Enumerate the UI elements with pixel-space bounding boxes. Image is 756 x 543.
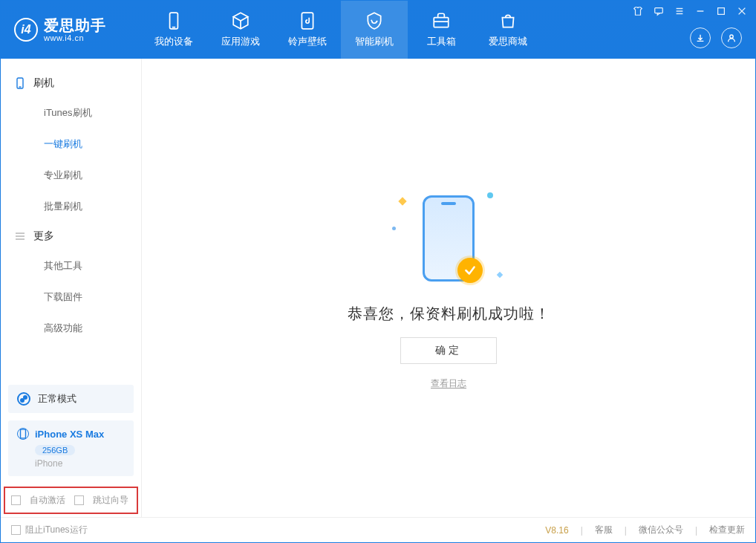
close-icon[interactable] xyxy=(736,5,748,17)
list-icon xyxy=(14,230,26,242)
sidebar-item-download-firmware[interactable]: 下载固件 xyxy=(1,282,141,313)
tab-toolbox[interactable]: 工具箱 xyxy=(408,1,475,59)
status-bar: 阻止iTunes运行 V8.16 | 客服 | 微信公众号 | 检查更新 xyxy=(1,517,755,542)
svg-point-14 xyxy=(730,35,733,38)
device-name: iPhone XS Max xyxy=(35,429,104,440)
sidebar: 刷机 iTunes刷机 一键刷机 专业刷机 批量刷机 更多 其他工具 下载固件 … xyxy=(1,59,142,517)
block-itunes-label: 阻止iTunes运行 xyxy=(25,524,88,536)
brand-logo-icon: i4 xyxy=(14,18,38,42)
sidebar-head-more: 更多 xyxy=(1,222,141,250)
sparkle-icon xyxy=(497,271,503,277)
skip-guide-checkbox[interactable] xyxy=(74,495,84,505)
app-window: i4 爱思助手 www.i4.cn 我的设备 应用游戏 xyxy=(0,0,756,543)
brand-title: 爱思助手 xyxy=(44,17,106,33)
maximize-icon[interactable] xyxy=(715,5,727,17)
device-card[interactable]: iPhone XS Max 256GB iPhone xyxy=(8,420,134,476)
sidebar-item-advanced[interactable]: 高级功能 xyxy=(1,313,141,344)
tab-label: 铃声壁纸 xyxy=(288,35,327,48)
device-storage-badge: 256GB xyxy=(35,445,75,455)
skin-icon[interactable] xyxy=(632,5,644,17)
user-account-icon[interactable] xyxy=(721,27,742,48)
divider: | xyxy=(617,525,634,536)
divider: | xyxy=(573,525,590,536)
sparkle-icon xyxy=(398,197,406,205)
tab-label: 应用游戏 xyxy=(221,35,260,48)
tab-ringtone-wallpaper[interactable]: 铃声壁纸 xyxy=(274,1,341,59)
main-nav-tabs: 我的设备 应用游戏 铃声壁纸 智能刷机 xyxy=(140,1,541,59)
brand-text: 爱思助手 www.i4.cn xyxy=(44,17,106,42)
body: 刷机 iTunes刷机 一键刷机 专业刷机 批量刷机 更多 其他工具 下载固件 … xyxy=(1,59,755,517)
auto-activate-checkbox[interactable] xyxy=(11,495,21,505)
device-icon xyxy=(164,11,183,30)
phone-outline-icon xyxy=(14,77,26,89)
svg-rect-3 xyxy=(302,13,313,29)
svg-rect-4 xyxy=(434,18,449,27)
tab-store[interactable]: 爱思商城 xyxy=(475,1,541,59)
sidebar-item-pro-flash[interactable]: 专业刷机 xyxy=(1,160,141,191)
block-itunes-checkbox[interactable] xyxy=(11,525,21,535)
success-illustration xyxy=(382,186,515,290)
auto-activate-label: 自动激活 xyxy=(30,494,65,507)
tab-label: 智能刷机 xyxy=(355,35,394,48)
tab-label: 工具箱 xyxy=(427,35,456,48)
svg-rect-20 xyxy=(21,429,26,438)
tab-apps-games[interactable]: 应用游戏 xyxy=(207,1,274,59)
tab-smart-flash[interactable]: 智能刷机 xyxy=(341,1,408,59)
sidebar-head-flash: 刷机 xyxy=(1,69,141,97)
version-label: V8.16 xyxy=(545,525,568,536)
window-controls xyxy=(632,5,748,17)
sparkle-icon xyxy=(487,192,493,198)
sidebar-head-label: 刷机 xyxy=(33,77,54,90)
flash-options-highlight: 自动激活 跳过向导 xyxy=(4,487,138,514)
music-file-icon xyxy=(298,11,317,30)
ok-button[interactable]: 确定 xyxy=(400,337,497,364)
sidebar-item-itunes-flash[interactable]: iTunes刷机 xyxy=(1,97,141,129)
title-bar: i4 爱思助手 www.i4.cn 我的设备 应用游戏 xyxy=(1,1,755,59)
check-update-link[interactable]: 检查更新 xyxy=(709,524,745,536)
menu-icon[interactable] xyxy=(674,5,685,17)
device-mode-card[interactable]: 正常模式 xyxy=(8,385,134,413)
divider: | xyxy=(688,525,705,536)
minimize-icon[interactable] xyxy=(694,5,706,17)
success-message: 恭喜您，保资料刷机成功啦！ xyxy=(348,304,550,324)
bag-icon xyxy=(498,11,518,30)
mode-label: 正常模式 xyxy=(38,392,76,406)
main-content: 恭喜您，保资料刷机成功啦！ 确定 查看日志 xyxy=(142,59,755,517)
svg-rect-6 xyxy=(655,8,663,13)
checkmark-badge-icon xyxy=(457,258,483,283)
brand-url: www.i4.cn xyxy=(44,33,106,42)
device-small-icon xyxy=(17,428,29,440)
sidebar-item-batch-flash[interactable]: 批量刷机 xyxy=(1,191,141,222)
sync-mode-icon xyxy=(17,392,30,406)
view-log-link[interactable]: 查看日志 xyxy=(431,377,466,390)
tab-my-device[interactable]: 我的设备 xyxy=(140,1,207,59)
brand-block: i4 爱思助手 www.i4.cn xyxy=(1,1,118,59)
device-type-label: iPhone xyxy=(35,458,125,469)
header-right-icons xyxy=(690,27,742,48)
cube-icon xyxy=(231,11,250,30)
sidebar-item-one-click-flash[interactable]: 一键刷机 xyxy=(1,129,141,160)
tab-label: 爱思商城 xyxy=(489,35,527,48)
skip-guide-label: 跳过向导 xyxy=(93,494,128,507)
download-manager-icon[interactable] xyxy=(690,27,711,48)
svg-rect-0 xyxy=(170,13,178,29)
sidebar-head-label: 更多 xyxy=(33,230,54,243)
toolbox-icon xyxy=(431,11,451,30)
wechat-link[interactable]: 微信公众号 xyxy=(639,524,683,536)
feedback-icon[interactable] xyxy=(653,5,665,17)
tab-label: 我的设备 xyxy=(154,35,193,48)
sparkle-icon xyxy=(392,227,396,230)
svg-rect-11 xyxy=(718,8,725,15)
sidebar-item-other-tools[interactable]: 其他工具 xyxy=(1,250,141,282)
sidebar-bottom: 正常模式 iPhone XS Max 256GB iPhone xyxy=(1,379,141,484)
customer-service-link[interactable]: 客服 xyxy=(595,524,613,536)
shield-sync-icon xyxy=(365,11,384,30)
